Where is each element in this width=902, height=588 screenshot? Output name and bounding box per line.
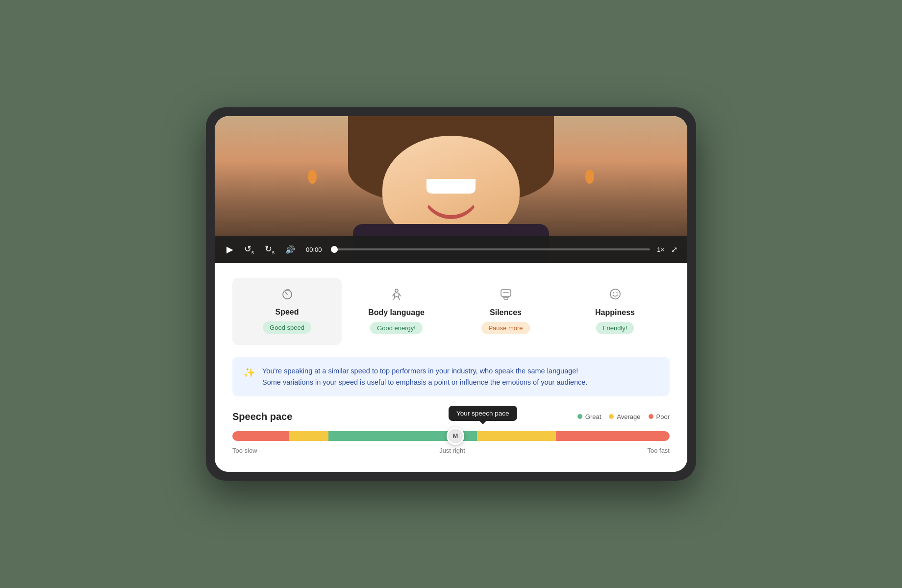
volume-icon: 🔊 bbox=[285, 245, 295, 254]
fullscreen-button[interactable]: ⤢ bbox=[671, 245, 677, 254]
speed-icon bbox=[281, 288, 294, 303]
body-language-icon bbox=[390, 288, 403, 303]
forward-icon: ↻5 bbox=[265, 244, 275, 255]
happiness-icon bbox=[609, 288, 622, 303]
pace-bar-wrapper: Your speech pace M bbox=[232, 431, 670, 441]
speed-badge: Good speed bbox=[263, 321, 311, 334]
volume-button[interactable]: 🔊 bbox=[283, 243, 297, 256]
metric-card-happiness[interactable]: Happiness Friendly! bbox=[560, 278, 670, 345]
legend-average: Average bbox=[609, 413, 640, 420]
too-fast-label: Too fast bbox=[647, 447, 670, 454]
svg-point-3 bbox=[610, 289, 620, 299]
main-content: Speed Good speed Body l bbox=[215, 263, 687, 472]
legend-poor: Poor bbox=[649, 413, 670, 420]
video-controls: ▶ ↺5 ↻5 🔊 00:00 1× ⤢ bbox=[215, 236, 687, 263]
time-display: 00:00 bbox=[306, 246, 322, 253]
progress-bar[interactable] bbox=[331, 248, 651, 250]
speech-pace-tooltip: Your speech pace bbox=[449, 406, 517, 421]
play-button[interactable]: ▶ bbox=[225, 242, 235, 257]
svg-point-5 bbox=[616, 292, 617, 293]
great-dot bbox=[577, 414, 582, 419]
poor-label: Poor bbox=[656, 413, 670, 420]
poor-dot bbox=[649, 414, 653, 419]
speed-title: Speed bbox=[275, 308, 299, 317]
magic-icon: ✨ bbox=[243, 367, 255, 378]
metrics-row: Speed Good speed Body l bbox=[232, 278, 670, 345]
too-slow-label: Too slow bbox=[232, 447, 257, 454]
pace-labels: Too slow Just right Too fast bbox=[232, 447, 670, 454]
metric-card-speed[interactable]: Speed Good speed bbox=[232, 278, 342, 345]
happiness-badge: Friendly! bbox=[596, 322, 634, 334]
great-label: Great bbox=[585, 413, 601, 420]
just-right-label: Just right bbox=[439, 447, 465, 454]
speed-label[interactable]: 1× bbox=[657, 246, 664, 253]
happiness-title: Happiness bbox=[595, 308, 635, 317]
legend: Great Average Poor bbox=[577, 413, 670, 420]
svg-rect-2 bbox=[501, 290, 511, 296]
legend-great: Great bbox=[577, 413, 601, 420]
video-area: ▶ ↺5 ↻5 🔊 00:00 1× ⤢ bbox=[215, 116, 687, 263]
earring-left bbox=[308, 170, 317, 184]
info-box: ✨ You're speaking at a similar speed to … bbox=[232, 357, 670, 396]
rewind-icon: ↺5 bbox=[244, 244, 254, 255]
teeth bbox=[426, 179, 476, 194]
body-language-badge: Good energy! bbox=[370, 322, 423, 334]
silences-badge: Pause more bbox=[481, 322, 529, 334]
tablet-frame: ▶ ↺5 ↻5 🔊 00:00 1× ⤢ bbox=[206, 107, 696, 481]
average-label: Average bbox=[617, 413, 640, 420]
pace-marker: M bbox=[447, 427, 464, 445]
svg-point-1 bbox=[395, 289, 398, 292]
forward-button[interactable]: ↻5 bbox=[263, 242, 276, 257]
metric-card-body-language[interactable]: Body language Good energy! bbox=[342, 278, 451, 345]
smile bbox=[422, 190, 480, 219]
pace-section: Speech pace Great Average Poor bbox=[232, 411, 670, 454]
silences-title: Silences bbox=[490, 308, 522, 317]
info-text: You're speaking at a similar speed to to… bbox=[262, 366, 587, 388]
svg-point-4 bbox=[613, 292, 614, 293]
progress-dot bbox=[331, 246, 338, 253]
metric-card-silences[interactable]: Silences Pause more bbox=[451, 278, 560, 345]
silences-icon bbox=[500, 288, 512, 303]
pace-title: Speech pace bbox=[232, 411, 292, 422]
tablet-inner: ▶ ↺5 ↻5 🔊 00:00 1× ⤢ bbox=[215, 116, 687, 472]
body-language-title: Body language bbox=[368, 308, 425, 317]
rewind-button[interactable]: ↺5 bbox=[242, 242, 256, 257]
earring-right bbox=[585, 170, 594, 184]
average-dot bbox=[609, 414, 614, 419]
